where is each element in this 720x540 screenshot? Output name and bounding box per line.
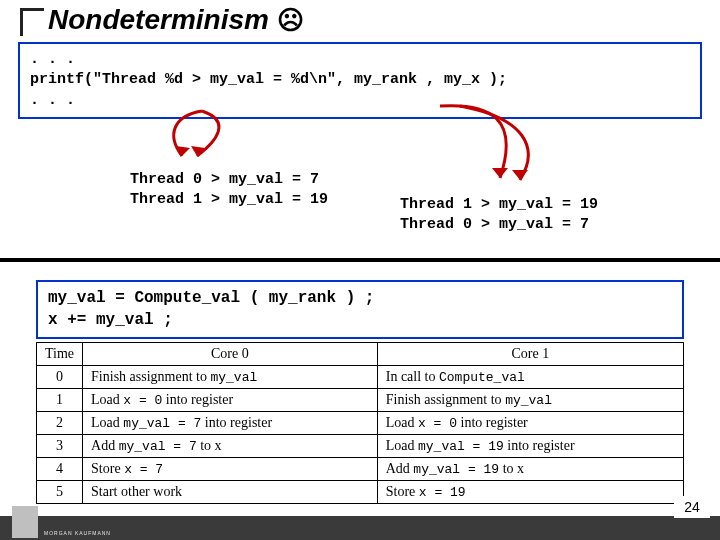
schedule-table-wrap: Time Core 0 Core 1 0Finish assignment to…: [36, 342, 684, 504]
svg-marker-1: [191, 146, 205, 156]
output-order-2: Thread 1 > my_val = 19 Thread 0 > my_val…: [400, 195, 598, 236]
code-line: x += my_val ;: [48, 311, 173, 329]
publisher-logo: [12, 506, 38, 538]
cell-time: 3: [37, 435, 83, 458]
code-line: . . .: [30, 92, 75, 109]
code-line: printf("Thread %d > my_val = %d\n", my_r…: [30, 71, 507, 88]
code-line: my_val = Compute_val ( my_rank ) ;: [48, 289, 374, 307]
publisher-name: MORGAN KAUFMANN: [44, 530, 111, 536]
table-row: 3Add my_val = 7 to xLoad my_val = 19 int…: [37, 435, 684, 458]
cell-core1: Store x = 19: [377, 481, 683, 504]
cell-time: 1: [37, 389, 83, 412]
cell-core0: Load my_val = 7 into register: [83, 412, 378, 435]
cell-core0: Store x = 7: [83, 458, 378, 481]
cell-core0: Finish assignment to my_val: [83, 366, 378, 389]
table-row: 5Start other workStore x = 19: [37, 481, 684, 504]
horizontal-divider: [0, 258, 720, 262]
corner-rule: [20, 8, 44, 36]
col-core1: Core 1: [377, 343, 683, 366]
cell-core0: Add my_val = 7 to x: [83, 435, 378, 458]
col-time: Time: [37, 343, 83, 366]
svg-marker-0: [176, 146, 190, 156]
page-title: Nondeterminism ☹: [48, 4, 304, 36]
page-number: 24: [674, 496, 710, 518]
output-order-1: Thread 0 > my_val = 7 Thread 1 > my_val …: [130, 170, 328, 211]
table-row: 4Store x = 7Add my_val = 19 to x: [37, 458, 684, 481]
col-core0: Core 0: [83, 343, 378, 366]
cell-core1: Load my_val = 19 into register: [377, 435, 683, 458]
cell-core1: Add my_val = 19 to x: [377, 458, 683, 481]
output-line: Thread 0 > my_val = 7: [400, 216, 589, 233]
footer-bar: [0, 516, 720, 540]
cell-time: 4: [37, 458, 83, 481]
output-line: Thread 1 > my_val = 19: [400, 196, 598, 213]
cell-core1: In call to Compute_val: [377, 366, 683, 389]
schedule-table: Time Core 0 Core 1 0Finish assignment to…: [36, 342, 684, 504]
code-line: . . .: [30, 51, 75, 68]
title-text: Nondeterminism: [48, 4, 269, 35]
table-row: 2Load my_val = 7 into registerLoad x = 0…: [37, 412, 684, 435]
cell-time: 2: [37, 412, 83, 435]
cell-core1: Load x = 0 into register: [377, 412, 683, 435]
output-line: Thread 0 > my_val = 7: [130, 171, 319, 188]
output-line: Thread 1 > my_val = 19: [130, 191, 328, 208]
sad-face-icon: ☹: [277, 5, 304, 35]
cell-core0: Start other work: [83, 481, 378, 504]
table-row: 0Finish assignment to my_valIn call to C…: [37, 366, 684, 389]
cell-core0: Load x = 0 into register: [83, 389, 378, 412]
svg-marker-2: [492, 168, 508, 178]
cell-time: 5: [37, 481, 83, 504]
cell-core1: Finish assignment to my_val: [377, 389, 683, 412]
code-block-compute: my_val = Compute_val ( my_rank ) ; x += …: [36, 280, 684, 339]
code-block-printf: . . . printf("Thread %d > my_val = %d\n"…: [18, 42, 702, 119]
cell-time: 0: [37, 366, 83, 389]
svg-marker-3: [512, 170, 528, 180]
table-header-row: Time Core 0 Core 1: [37, 343, 684, 366]
table-row: 1Load x = 0 into registerFinish assignme…: [37, 389, 684, 412]
